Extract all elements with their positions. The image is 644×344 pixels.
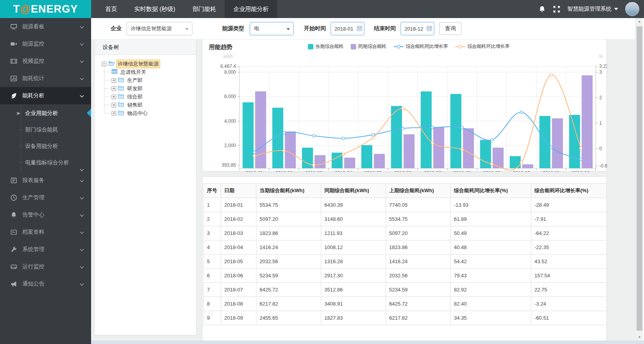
svg-text:2018-12: 2018-12: [572, 170, 589, 172]
table-cell: 5: [204, 255, 221, 269]
horizontal-scrollbar[interactable]: [91, 340, 644, 344]
table-cell: 1008.12: [321, 240, 386, 255]
tree-node-label[interactable]: 总进线开关: [119, 68, 148, 76]
page-scrollbar[interactable]: ▲ ▼: [636, 18, 643, 340]
sidebar-item[interactable]: 档案资料: [0, 224, 91, 241]
svg-text:1: 1: [599, 120, 602, 126]
logo-at-icon: @: [20, 3, 31, 15]
user-avatar[interactable]: [625, 2, 639, 16]
nav-tab[interactable]: 部门能耗: [184, 0, 225, 18]
sidebar-item[interactable]: 视频监控: [0, 53, 91, 70]
tree-node[interactable]: 总进线开关: [112, 68, 196, 76]
table-header-cell: 日期: [221, 184, 256, 198]
tree-node[interactable]: +生产部: [112, 76, 196, 84]
table-row: 92018-092455.651827.836217.8234.35-60.51: [204, 311, 607, 325]
data-table-panel: 序号日期当期综合能耗(kWh)同期综合能耗(kWh)上期综合能耗(kWh)综合能…: [202, 177, 607, 344]
sidebar-item[interactable]: 能耗统计: [0, 70, 91, 87]
fullscreen-icon[interactable]: [553, 5, 560, 13]
svg-text:3.23: 3.23: [599, 64, 607, 69]
bar-previous-year: [285, 131, 296, 168]
nav-tab[interactable]: 实时数据 (秒级): [126, 0, 184, 18]
active-pointer-icon: »: [16, 105, 20, 121]
nav-tab[interactable]: 企业用能分析: [225, 0, 277, 18]
sidebar-subitem-label: 部门综合能耗: [25, 126, 58, 133]
tree-guide-line: [104, 67, 104, 113]
table-cell: 2032.56: [256, 255, 321, 269]
svg-text:2018-09: 2018-09: [483, 170, 500, 172]
table-cell: 1827.83: [321, 311, 386, 325]
tree-expand-icon[interactable]: +: [112, 95, 116, 99]
tree-expand-icon[interactable]: +: [112, 103, 116, 107]
tree-node-label[interactable]: 综合部: [126, 93, 144, 101]
table-cell: 1416.24: [386, 255, 451, 269]
scrollbar-thumb[interactable]: [637, 26, 642, 331]
sidebar-subitem[interactable]: »企业用能分析: [0, 105, 91, 121]
tree-node-root[interactable]: −许继信息智慧能源: [102, 60, 196, 68]
tree-node[interactable]: +销售部: [112, 101, 196, 109]
sidebar-item[interactable]: 能耗分析: [0, 87, 91, 104]
tree-node-label[interactable]: 许继信息智慧能源: [116, 60, 160, 68]
svg-text:2018-01: 2018-01: [246, 170, 263, 172]
sidebar-item-label: 告警中心: [22, 211, 44, 218]
nav-tab[interactable]: 首页: [97, 0, 126, 18]
query-button[interactable]: 查询: [439, 22, 461, 35]
sidebar-item[interactable]: 能源看板: [0, 18, 91, 35]
tree-node-label[interactable]: 研发部: [126, 84, 144, 93]
scroll-down-icon[interactable]: ▼: [636, 334, 643, 340]
data-table: 序号日期当期综合能耗(kWh)同期综合能耗(kWh)上期综合能耗(kWh)综合能…: [203, 183, 607, 325]
sidebar-menu: 能源看板能源监控视频监控能耗统计能耗分析»企业用能分析部门综合能耗设备用能分析电…: [0, 18, 91, 344]
tree-guide-stub: [104, 113, 111, 113]
svg-text:2018-10: 2018-10: [513, 170, 530, 172]
calendar-icon[interactable]: [357, 25, 362, 31]
sidebar-submenu: »企业用能分析部门综合能耗设备用能分析电量指标综合分析: [0, 104, 91, 172]
sidebar-item[interactable]: 通知公告: [0, 275, 91, 293]
tree-collapse-icon[interactable]: −: [102, 62, 106, 66]
tree-expand-icon[interactable]: +: [112, 78, 116, 83]
system-name-dropdown[interactable]: 智慧能源管理系统: [567, 5, 618, 13]
top-right-actions: 智慧能源管理系统: [538, 0, 639, 18]
bar-current: [510, 156, 521, 168]
trend-chart-panel: 用能趋势 当期综合能耗同期综合能耗综合能耗同比增长率综合能耗环比增长率 8,46…: [202, 39, 607, 171]
svg-text:6,000: 6,000: [224, 94, 236, 99]
company-select[interactable]: 许继信息智慧能源: [126, 22, 192, 35]
sidebar-subitem[interactable]: 设备用能分析: [0, 138, 91, 154]
sidebar-item[interactable]: 报表服务: [0, 172, 91, 189]
energy-type-select-value: 电: [254, 25, 259, 32]
bar-current: [302, 148, 313, 169]
tree-node[interactable]: +物品中心: [112, 109, 196, 117]
table-cell: 2032.56: [386, 269, 451, 283]
active-marker-icon: [87, 109, 91, 117]
sidebar-item[interactable]: 能源监控: [0, 35, 91, 53]
sidebar-item[interactable]: 生产管理: [0, 189, 91, 206]
tree-node[interactable]: +研发部: [112, 84, 196, 93]
guide-stub: [19, 146, 23, 146]
sidebar-subitem[interactable]: 部门综合能耗: [0, 121, 91, 138]
tree-node-label[interactable]: 物品中心: [126, 109, 149, 118]
table-header-cell: 上期综合能耗(kWh): [386, 184, 451, 198]
table-cell: -64.22: [531, 226, 607, 240]
tree-expand-icon[interactable]: +: [112, 86, 116, 91]
company-label: 企业: [111, 25, 122, 32]
bar-previous-year: [463, 128, 474, 168]
notification-bell-icon[interactable]: [538, 5, 546, 13]
scroll-up-icon[interactable]: ▲: [636, 18, 643, 25]
bar-previous-year: [374, 154, 385, 168]
sidebar-item[interactable]: 运行监控: [0, 258, 91, 275]
sidebar-item[interactable]: 系统管理: [0, 241, 91, 258]
sidebar-subitem[interactable]: 电量指标综合分析: [0, 154, 91, 171]
tree-expand-icon[interactable]: +: [112, 111, 116, 116]
tree-node-label[interactable]: 生产部: [126, 76, 144, 85]
chevron-down-icon: [185, 28, 188, 30]
energy-type-select[interactable]: 电: [250, 22, 294, 35]
table-cell: 54.42: [451, 255, 531, 269]
tree-node[interactable]: +综合部: [112, 93, 196, 101]
calendar-icon[interactable]: [426, 25, 432, 31]
folder-icon: [118, 102, 124, 108]
energy-type-label: 能源类型: [222, 25, 244, 32]
sidebar-item[interactable]: 告警中心: [0, 206, 91, 224]
tree-node-label[interactable]: 销售部: [126, 101, 144, 109]
svg-text:8,000: 8,000: [224, 69, 236, 75]
bar-current: [421, 91, 432, 168]
table-cell: 8: [204, 297, 221, 311]
table-cell: 43.52: [531, 255, 607, 269]
